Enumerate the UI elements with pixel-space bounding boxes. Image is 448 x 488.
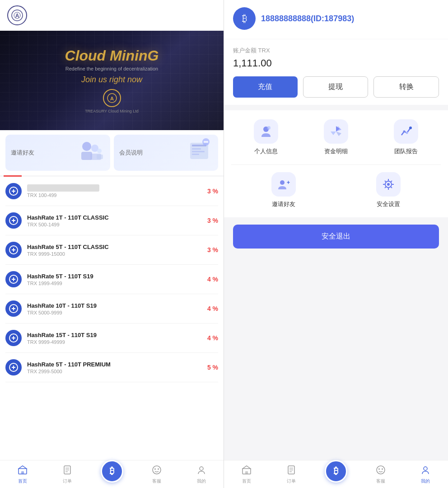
user-name: 18888888888(ID:187983) bbox=[261, 14, 354, 23]
right-mine-label: 我的 bbox=[421, 478, 430, 484]
svg-point-40 bbox=[406, 132, 408, 134]
bitcoin-avatar-icon: ₿ bbox=[242, 13, 247, 24]
invite-friend-label: 邀请好友 bbox=[272, 200, 295, 208]
personal-info-icon bbox=[254, 119, 278, 144]
menu-invite-friend[interactable]: + 邀请好友 bbox=[231, 172, 336, 208]
invite-friend-card[interactable]: 邀请好友 bbox=[5, 135, 110, 171]
product-rate: 3 % bbox=[207, 188, 218, 195]
user-avatar: ₿ bbox=[233, 7, 256, 30]
nav-orders[interactable]: 订单 bbox=[45, 463, 89, 486]
svg-point-31 bbox=[153, 466, 161, 474]
left-header: A bbox=[0, 0, 224, 31]
menu-grid-row1: 个人信息 资金明细 bbox=[231, 119, 441, 155]
nav-home[interactable]: 首页 bbox=[0, 463, 45, 486]
member-info-label: 会员说明 bbox=[119, 149, 143, 157]
svg-point-61 bbox=[382, 469, 383, 470]
right-home-icon bbox=[242, 465, 252, 477]
svg-rect-13 bbox=[192, 148, 201, 150]
logout-section: 安全退出 bbox=[224, 217, 448, 256]
product-rate: 3 % bbox=[207, 246, 218, 253]
product-info: TRX 100-499 bbox=[27, 184, 207, 198]
product-item[interactable]: HashRate 1T - 110T CLASSIC TRX 500-1499 … bbox=[5, 206, 218, 235]
svg-text:A: A bbox=[110, 96, 114, 101]
product-range: TRX 9999-49999 bbox=[27, 339, 207, 345]
menu-fund-detail[interactable]: 资金明细 bbox=[301, 119, 371, 155]
products-list: TRX 100-499 3 % HashRate 1T - 110T CLASS… bbox=[0, 177, 224, 460]
nav-service[interactable]: 客服 bbox=[134, 463, 179, 486]
right-nav-service[interactable]: 客服 bbox=[359, 463, 403, 486]
invite-friend-illustration bbox=[78, 138, 105, 168]
security-settings-label: 安全设置 bbox=[377, 200, 400, 208]
product-name-hidden bbox=[27, 184, 99, 192]
svg-point-41 bbox=[280, 180, 285, 185]
fund-detail-label: 资金明细 bbox=[324, 147, 348, 155]
logout-button[interactable]: 安全退出 bbox=[233, 225, 439, 249]
product-info: HashRate 5T - 110T PREMIUM TRX 2999-5000 bbox=[27, 361, 207, 374]
withdraw-button[interactable]: 提现 bbox=[303, 76, 369, 98]
right-header: ₿ 18888888888(ID:187983) bbox=[224, 0, 448, 39]
svg-point-62 bbox=[424, 467, 427, 470]
left-bottom-nav: 首页 订单 ₿ 客服 我的 bbox=[0, 460, 224, 488]
svg-point-59 bbox=[377, 466, 385, 474]
product-item[interactable]: HashRate 5T - 110T S19 TRX 1999-4999 4 % bbox=[5, 265, 218, 294]
fund-detail-icon bbox=[324, 119, 348, 144]
banner-image: Cloud MininG Redefine the beginning of d… bbox=[0, 31, 224, 130]
svg-rect-17 bbox=[204, 141, 208, 143]
action-buttons: 充值 提现 转换 bbox=[233, 76, 439, 98]
svg-line-52 bbox=[385, 187, 386, 188]
product-item[interactable]: TRX 100-499 3 % bbox=[5, 177, 218, 206]
right-nav-home[interactable]: 首页 bbox=[224, 463, 269, 486]
product-rate: 3 % bbox=[207, 217, 218, 224]
spacer bbox=[224, 256, 448, 460]
svg-rect-10 bbox=[97, 155, 103, 159]
product-item[interactable]: HashRate 5T - 110T PREMIUM TRX 2999-5000… bbox=[5, 353, 218, 382]
convert-button[interactable]: 转换 bbox=[373, 76, 439, 98]
product-info: HashRate 1T - 110T CLASSIC TRX 500-1499 bbox=[27, 214, 207, 227]
svg-line-51 bbox=[391, 181, 392, 182]
member-info-card[interactable]: 会员说明 bbox=[114, 135, 219, 171]
svg-point-32 bbox=[154, 469, 156, 470]
product-item[interactable]: HashRate 5T - 110T CLASSIC TRX 9999-1500… bbox=[5, 235, 218, 265]
member-info-illustration bbox=[186, 138, 213, 168]
right-nav-center[interactable]: ₿ bbox=[313, 463, 358, 486]
product-name: HashRate 5T - 110T S19 bbox=[27, 273, 207, 280]
menu-security-settings[interactable]: 安全设置 bbox=[336, 172, 441, 208]
menu-personal-info[interactable]: 个人信息 bbox=[231, 119, 301, 155]
menu-team-report[interactable]: 团队报告 bbox=[371, 119, 441, 155]
right-nav-mine[interactable]: 我的 bbox=[403, 463, 448, 486]
product-item[interactable]: HashRate 10T - 110T S19 TRX 5000-9999 4 … bbox=[5, 294, 218, 324]
product-icon bbox=[5, 212, 22, 229]
banner-title: Cloud MininG bbox=[65, 47, 159, 64]
right-bottom-nav: 首页 订单 ₿ 客服 我的 bbox=[224, 460, 448, 488]
product-name: HashRate 10T - 110T S19 bbox=[27, 302, 207, 309]
right-orders-icon bbox=[286, 465, 296, 477]
product-icon bbox=[5, 330, 22, 346]
svg-point-5 bbox=[82, 142, 91, 151]
personal-info-label: 个人信息 bbox=[254, 147, 278, 155]
svg-point-33 bbox=[158, 469, 159, 470]
product-name: HashRate 5T - 110T PREMIUM bbox=[27, 361, 207, 368]
svg-point-34 bbox=[200, 467, 203, 470]
right-service-label: 客服 bbox=[376, 478, 385, 484]
svg-point-38 bbox=[409, 127, 412, 129]
nav-center[interactable]: ₿ bbox=[89, 463, 134, 486]
product-name: HashRate 15T - 110T S19 bbox=[27, 332, 207, 338]
home-icon bbox=[18, 465, 28, 477]
product-range: TRX 100-499 bbox=[27, 192, 207, 198]
product-name: HashRate 1T - 110T CLASSIC bbox=[27, 214, 207, 221]
quick-links: 邀请好友 会员说明 bbox=[0, 130, 224, 175]
service-label: 客服 bbox=[152, 478, 161, 484]
right-orders-label: 订单 bbox=[287, 478, 296, 484]
menu-divider bbox=[231, 164, 441, 165]
banner-subtitle: Redefine the beginning of decentralizati… bbox=[65, 66, 158, 71]
svg-rect-54 bbox=[245, 471, 248, 474]
nav-mine[interactable]: 我的 bbox=[179, 463, 224, 486]
svg-text:+: + bbox=[287, 179, 290, 186]
app-logo: A bbox=[7, 5, 27, 25]
recharge-button[interactable]: 充值 bbox=[233, 76, 298, 98]
right-nav-orders[interactable]: 订单 bbox=[269, 463, 313, 486]
product-info: HashRate 5T - 110T CLASSIC TRX 9999-1500… bbox=[27, 244, 207, 257]
menu-grid-row2: + 邀请好友 bbox=[231, 172, 441, 208]
product-item[interactable]: HashRate 15T - 110T S19 TRX 9999-49999 4… bbox=[5, 324, 218, 353]
product-range: TRX 2999-5000 bbox=[27, 369, 207, 374]
